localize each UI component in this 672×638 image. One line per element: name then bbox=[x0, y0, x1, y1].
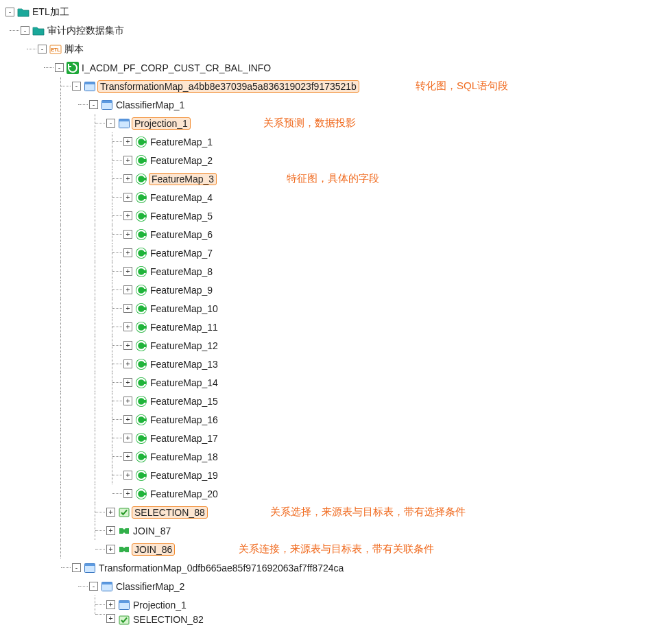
tree-node[interactable]: +FeatureMap_14 bbox=[3, 373, 672, 392]
tree-node-label[interactable]: FeatureMap_4 bbox=[149, 192, 214, 203]
expand-toggle[interactable]: + bbox=[123, 378, 132, 387]
expand-toggle[interactable]: + bbox=[123, 267, 132, 276]
tree-node[interactable]: -审计内控数据集市 bbox=[3, 21, 672, 40]
tree-node[interactable]: -TransformationMap_a4bb8e37039a5a8363190… bbox=[3, 77, 672, 95]
collapse-toggle[interactable]: - bbox=[5, 8, 14, 16]
tree-node-label[interactable]: FeatureMap_2 bbox=[149, 155, 214, 166]
expand-toggle[interactable]: + bbox=[123, 211, 132, 220]
expand-toggle[interactable]: + bbox=[106, 600, 115, 609]
tree-node-label[interactable]: FeatureMap_1 bbox=[149, 137, 214, 147]
collapse-toggle[interactable]: - bbox=[89, 582, 98, 591]
expand-toggle[interactable]: + bbox=[123, 415, 132, 424]
tree-node-label[interactable]: FeatureMap_16 bbox=[149, 414, 219, 425]
tree-node-label[interactable]: FeatureMap_5 bbox=[149, 211, 214, 222]
expand-toggle[interactable]: + bbox=[123, 452, 132, 461]
expand-toggle[interactable]: + bbox=[123, 397, 132, 405]
collapse-toggle[interactable]: - bbox=[21, 26, 29, 35]
tree-node-label[interactable]: SELECTION_82 bbox=[132, 614, 205, 625]
tree-node-label[interactable]: FeatureMap_3 bbox=[149, 173, 217, 185]
tree-node-label[interactable]: FeatureMap_15 bbox=[149, 396, 219, 407]
tree-node[interactable]: +FeatureMap_3特征图，具体的字段 bbox=[3, 169, 672, 188]
tree-node[interactable]: +FeatureMap_18 bbox=[3, 447, 672, 466]
collapse-toggle[interactable]: - bbox=[72, 82, 81, 91]
expand-toggle[interactable]: + bbox=[123, 341, 132, 350]
tree-node[interactable]: -Projection_1关系预测，数据投影 bbox=[3, 114, 672, 132]
expand-toggle[interactable]: + bbox=[123, 248, 132, 257]
tree-node-label[interactable]: 审计内控数据集市 bbox=[46, 25, 125, 37]
tree-node-label[interactable]: ETL加工 bbox=[31, 6, 71, 19]
tree-node-label[interactable]: FeatureMap_13 bbox=[149, 359, 219, 370]
tree-node[interactable]: +FeatureMap_4 bbox=[3, 188, 672, 206]
collapse-toggle[interactable]: - bbox=[106, 119, 115, 128]
tree-node-label[interactable]: FeatureMap_12 bbox=[149, 340, 219, 351]
tree-node[interactable]: +FeatureMap_5 bbox=[3, 206, 672, 225]
tree-node[interactable]: +FeatureMap_7 bbox=[3, 244, 672, 262]
collapse-toggle[interactable]: - bbox=[38, 45, 47, 54]
tree-node-label[interactable]: TransformationMap_0dfb665ae85f971692063a… bbox=[97, 563, 345, 574]
expand-toggle[interactable]: + bbox=[106, 508, 115, 517]
tree-node[interactable]: +SELECTION_82 bbox=[3, 614, 672, 626]
tree-node-label[interactable]: FeatureMap_11 bbox=[149, 322, 219, 333]
tree-node-label[interactable]: FeatureMap_9 bbox=[149, 285, 214, 296]
expand-toggle[interactable]: + bbox=[123, 304, 132, 313]
expand-toggle[interactable]: + bbox=[123, 230, 132, 239]
expand-toggle[interactable]: + bbox=[123, 489, 132, 498]
expand-toggle[interactable]: + bbox=[123, 322, 132, 331]
tree-node-label[interactable]: FeatureMap_20 bbox=[149, 488, 219, 499]
tree-node[interactable]: +FeatureMap_8 bbox=[3, 262, 672, 281]
tree-node-label[interactable]: JOIN_86 bbox=[132, 543, 175, 556]
expand-toggle[interactable]: + bbox=[106, 614, 115, 623]
expand-toggle[interactable]: + bbox=[123, 285, 132, 294]
tree-node[interactable]: +SELECTION_88关系选择，来源表与目标表，带有选择条件 bbox=[3, 503, 672, 521]
expand-toggle[interactable]: + bbox=[123, 174, 132, 183]
expand-toggle[interactable]: + bbox=[123, 434, 132, 442]
tree-node[interactable]: +FeatureMap_11 bbox=[3, 318, 672, 336]
tree-node[interactable]: -ETL加工 bbox=[3, 3, 672, 21]
tree-node[interactable]: -I_ACDM_PF_CORP_CUST_CR_BAL_INFO bbox=[3, 58, 672, 77]
tree-node-label[interactable]: 脚本 bbox=[63, 43, 85, 56]
tree-node[interactable]: -TransformationMap_0dfb665ae85f971692063… bbox=[3, 558, 672, 577]
tree-node-label[interactable]: FeatureMap_7 bbox=[149, 248, 214, 259]
tree-node-label[interactable]: FeatureMap_19 bbox=[149, 470, 219, 481]
collapse-toggle[interactable]: - bbox=[55, 63, 64, 72]
tree-node[interactable]: +FeatureMap_19 bbox=[3, 466, 672, 484]
tree-node-label[interactable]: SELECTION_88 bbox=[132, 506, 208, 519]
tree-node-label[interactable]: FeatureMap_14 bbox=[149, 377, 219, 388]
tree-node-label[interactable]: ClassifierMap_2 bbox=[115, 581, 186, 592]
tree-node[interactable]: -ClassifierMap_2 bbox=[3, 577, 672, 595]
tree-view[interactable]: -ETL加工-审计内控数据集市-脚本-I_ACDM_PF_CORP_CUST_C… bbox=[3, 3, 672, 626]
expand-toggle[interactable]: + bbox=[123, 156, 132, 165]
tree-node[interactable]: +Projection_1 bbox=[3, 595, 672, 614]
tree-node-label[interactable]: Projection_1 bbox=[132, 117, 191, 130]
expand-toggle[interactable]: + bbox=[123, 193, 132, 202]
tree-node-label[interactable]: JOIN_87 bbox=[132, 525, 172, 536]
tree-node[interactable]: +FeatureMap_2 bbox=[3, 151, 672, 169]
tree-node-label[interactable]: FeatureMap_17 bbox=[149, 433, 219, 444]
tree-node-label[interactable]: FeatureMap_10 bbox=[149, 303, 219, 314]
expand-toggle[interactable]: + bbox=[123, 359, 132, 368]
collapse-toggle[interactable]: - bbox=[72, 563, 81, 572]
collapse-toggle[interactable]: - bbox=[89, 100, 98, 109]
tree-node[interactable]: +FeatureMap_6 bbox=[3, 225, 672, 244]
tree-node[interactable]: +JOIN_87 bbox=[3, 521, 672, 540]
tree-node[interactable]: -ClassifierMap_1 bbox=[3, 95, 672, 114]
tree-node-label[interactable]: TransformationMap_a4bb8e37039a5a83631902… bbox=[97, 80, 359, 93]
tree-node[interactable]: +FeatureMap_15 bbox=[3, 392, 672, 410]
tree-node[interactable]: -脚本 bbox=[3, 40, 672, 58]
tree-node[interactable]: +FeatureMap_17 bbox=[3, 429, 672, 447]
tree-node[interactable]: +FeatureMap_16 bbox=[3, 410, 672, 429]
tree-node-label[interactable]: FeatureMap_6 bbox=[149, 229, 214, 240]
tree-node[interactable]: +FeatureMap_13 bbox=[3, 355, 672, 373]
expand-toggle[interactable]: + bbox=[123, 471, 132, 480]
tree-node-label[interactable]: FeatureMap_8 bbox=[149, 266, 214, 277]
expand-toggle[interactable]: + bbox=[123, 137, 132, 146]
tree-node-label[interactable]: Projection_1 bbox=[132, 600, 188, 611]
tree-node-label[interactable]: FeatureMap_18 bbox=[149, 451, 219, 462]
expand-toggle[interactable]: + bbox=[106, 526, 115, 535]
tree-node-label[interactable]: ClassifierMap_1 bbox=[115, 99, 186, 110]
tree-node[interactable]: +FeatureMap_1 bbox=[3, 132, 672, 151]
expand-toggle[interactable]: + bbox=[106, 545, 115, 554]
tree-node[interactable]: +JOIN_86关系连接，来源表与目标表，带有关联条件 bbox=[3, 540, 672, 558]
tree-node[interactable]: +FeatureMap_10 bbox=[3, 299, 672, 318]
tree-node[interactable]: +FeatureMap_9 bbox=[3, 281, 672, 299]
